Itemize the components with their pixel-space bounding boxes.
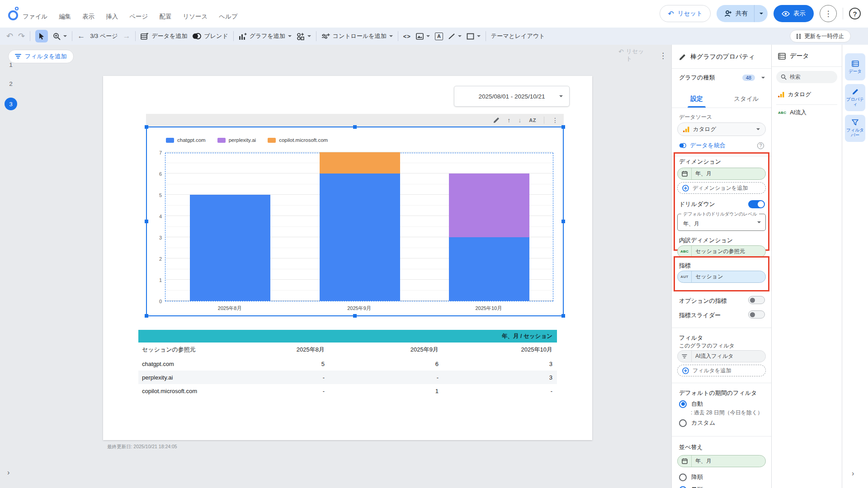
col-header-sep[interactable]: 2025年9月 bbox=[329, 346, 443, 354]
rail-tab-filter-bar[interactable]: フィルタバー bbox=[845, 115, 865, 142]
optional-metrics-toggle-off[interactable] bbox=[748, 296, 765, 304]
x-tick-label: 2025年8月 bbox=[218, 305, 242, 312]
auto-date-radio-row[interactable]: 自動 bbox=[679, 400, 703, 408]
date-range-control[interactable]: 2025/08/01 - 2025/10/21 bbox=[454, 86, 570, 107]
help-button[interactable]: ? bbox=[849, 8, 861, 19]
collapse-panel-chevron[interactable]: › bbox=[852, 469, 854, 478]
menu-resource[interactable]: リソース bbox=[181, 12, 209, 22]
theme-layout-button[interactable]: テーマとレイアウト bbox=[491, 32, 545, 40]
zoom-tool-button[interactable] bbox=[53, 33, 67, 40]
metric-chip[interactable]: AUT セッション bbox=[677, 271, 766, 283]
plot-area[interactable] bbox=[165, 153, 553, 301]
col-header-aug[interactable]: 2025年8月 bbox=[215, 346, 329, 354]
blend-button[interactable]: ブレンド bbox=[192, 32, 228, 40]
bar-segment-chatgpt.com[interactable] bbox=[449, 237, 529, 301]
add-image-button[interactable] bbox=[416, 33, 430, 40]
add-filter-button-panel[interactable]: フィルタを追加 bbox=[677, 365, 766, 376]
report-page[interactable]: 2025/08/01 - 2025/10/21 ↑ ↓ AZ ⋮ cha bbox=[103, 76, 592, 440]
drilldown-level-select[interactable]: デフォルトのドリルダウンのレベル 年、月 bbox=[677, 214, 766, 231]
sort-az-icon[interactable]: AZ bbox=[529, 117, 536, 123]
col-header-oct[interactable]: 2025年10月 bbox=[443, 346, 557, 354]
sort-field-chip[interactable]: 年、月 bbox=[677, 455, 766, 467]
share-dropdown-caret[interactable] bbox=[754, 5, 768, 22]
view-button[interactable]: 表示 bbox=[774, 5, 814, 22]
menu-edit[interactable]: 編集 bbox=[57, 12, 73, 22]
radio-unselected-icon[interactable] bbox=[679, 419, 687, 427]
breakdown-dimension-chip[interactable]: ABC セッションの参照元 bbox=[677, 245, 766, 258]
next-page-button[interactable]: → bbox=[123, 32, 130, 41]
menu-view[interactable]: 表示 bbox=[80, 12, 96, 22]
sort-desc-radio-row[interactable]: 降順 bbox=[679, 473, 703, 481]
calendar-icon bbox=[678, 455, 691, 467]
tab-style[interactable]: スタイル bbox=[722, 90, 771, 108]
report-canvas[interactable]: フィルタを追加 1 2 3 › ↶ リセット ⋮ 2025/08/01 - 20… bbox=[0, 45, 671, 488]
page-thumb-1[interactable]: 1 bbox=[0, 61, 22, 68]
cursor-icon bbox=[38, 33, 45, 40]
canvas-more-options[interactable]: ⋮ bbox=[659, 51, 667, 61]
menu-page[interactable]: ページ bbox=[127, 12, 150, 22]
embed-code-button[interactable]: <> bbox=[403, 33, 411, 40]
share-button[interactable]: 共有 bbox=[717, 5, 754, 22]
data-source-item-catalog[interactable]: カタログ bbox=[778, 91, 811, 99]
col-header-dimension[interactable]: セッションの参照元 bbox=[138, 346, 215, 354]
rail-tab-data[interactable]: データ bbox=[845, 53, 865, 80]
move-up-icon[interactable]: ↑ bbox=[507, 117, 510, 124]
chart-type-selector[interactable]: グラフの種類 48 bbox=[679, 74, 765, 82]
bar-segment-copilot.microsoft.com[interactable] bbox=[320, 152, 400, 174]
sort-asc-radio-row[interactable]: 昇順 bbox=[679, 486, 703, 488]
date-filter-section-title: デフォルトの期間のフィルタ bbox=[679, 389, 757, 397]
add-dimension-button[interactable]: ディメンションを追加 bbox=[677, 182, 766, 194]
date-range-value: 2025/08/01 - 2025/10/21 bbox=[478, 93, 545, 100]
menu-file[interactable]: ファイル bbox=[21, 12, 49, 22]
select-tool-button[interactable] bbox=[35, 30, 48, 42]
page-thumb-2[interactable]: 2 bbox=[0, 80, 22, 87]
data-source-select[interactable]: カタログ bbox=[677, 122, 766, 136]
move-down-icon[interactable]: ↓ bbox=[518, 117, 521, 124]
drilldown-toggle-on[interactable] bbox=[748, 200, 765, 208]
data-field-item-ai[interactable]: ABC AI流入 bbox=[778, 109, 807, 117]
custom-date-radio-row[interactable]: カスタム bbox=[679, 419, 715, 427]
menu-help[interactable]: ヘルプ bbox=[217, 12, 239, 22]
data-search-input[interactable]: 検索 bbox=[776, 71, 837, 83]
metric-slider-toggle-off[interactable] bbox=[748, 310, 765, 319]
legend-label: copilot.microsoft.com bbox=[279, 137, 328, 143]
add-chart-button[interactable]: グラフを追加 bbox=[239, 32, 292, 40]
add-text-button[interactable]: A bbox=[435, 33, 443, 40]
add-shape-button[interactable] bbox=[467, 33, 481, 40]
page-thumb-3-active[interactable]: 3 bbox=[5, 98, 17, 110]
bar-segment-chatgpt.com[interactable] bbox=[320, 174, 400, 301]
menu-insert[interactable]: 挿入 bbox=[104, 12, 120, 22]
prev-page-button[interactable]: ← bbox=[77, 32, 85, 41]
more-options-button[interactable]: ⋮ bbox=[820, 5, 837, 22]
redo-button[interactable]: ↷ bbox=[18, 31, 25, 41]
undo-button[interactable]: ↶ bbox=[6, 31, 13, 41]
blend-data-link[interactable]: データを統合 ? bbox=[679, 141, 764, 150]
blend-icon bbox=[192, 33, 201, 39]
dimension-chip[interactable]: 年、月 bbox=[677, 168, 766, 180]
bar-segment-chatgpt.com[interactable] bbox=[190, 195, 270, 301]
reset-button[interactable]: ↶ リセット bbox=[660, 5, 711, 22]
bar-segment-perplexity.ai[interactable] bbox=[449, 174, 529, 237]
radio-selected-icon[interactable] bbox=[679, 400, 687, 408]
summary-table[interactable]: 年、月 / セッション セッションの参照元 2025年8月 2025年9月 20… bbox=[138, 330, 557, 398]
community-visuals-icon bbox=[297, 33, 305, 40]
chart-more-options-icon[interactable]: ⋮ bbox=[552, 117, 558, 124]
add-control-label: コントロールを追加 bbox=[333, 32, 387, 40]
add-data-button[interactable]: データを追加 bbox=[141, 32, 187, 40]
radio-unselected-icon[interactable] bbox=[679, 474, 687, 481]
undo-icon: ↶ bbox=[668, 9, 674, 18]
pause-updates-button[interactable]: 更新を一時停止 bbox=[790, 30, 851, 42]
filter-chip[interactable]: AI流入フィルタ bbox=[677, 350, 766, 362]
share-split-button[interactable]: 共有 bbox=[717, 5, 768, 22]
edit-pencil-icon[interactable] bbox=[493, 117, 500, 123]
expand-pages-chevron[interactable]: › bbox=[7, 469, 9, 477]
rail-tab-properties[interactable]: プロパティ bbox=[845, 84, 865, 111]
help-icon[interactable]: ? bbox=[757, 142, 764, 149]
edit-pencil-icon bbox=[679, 54, 686, 61]
add-community-visual-button[interactable] bbox=[297, 33, 311, 40]
tab-setup[interactable]: 設定 bbox=[672, 90, 722, 108]
radio-selected-icon[interactable] bbox=[679, 486, 687, 488]
menu-arrange[interactable]: 配置 bbox=[157, 12, 173, 22]
add-line-button[interactable] bbox=[448, 33, 462, 40]
add-control-button[interactable]: コントロールを追加 bbox=[321, 32, 393, 40]
